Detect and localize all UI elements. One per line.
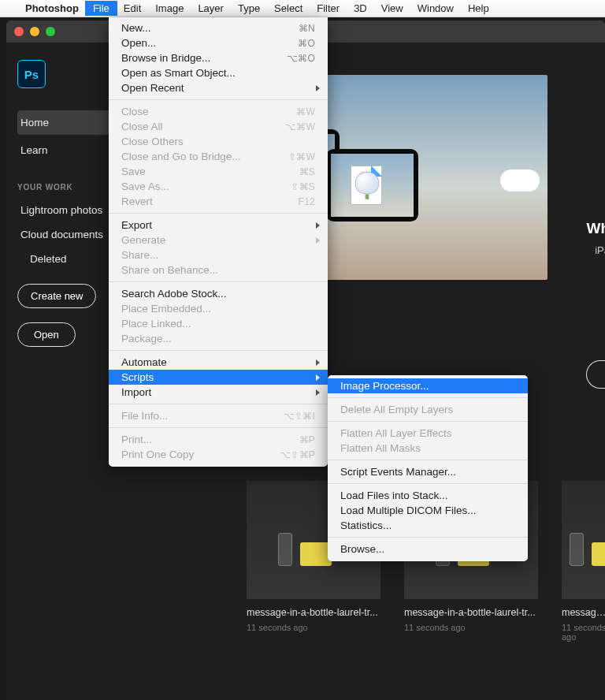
menu-item: Save⌘S <box>109 164 328 179</box>
menu-item: Close and Go to Bridge...⇧⌘W <box>109 149 328 164</box>
menu-item[interactable]: Browse... <box>328 542 528 557</box>
menu-item: Close Others <box>109 134 328 149</box>
thumbnail-label: message-in-a-bottle-laurel-tr... <box>404 607 538 618</box>
menu-item[interactable]: Scripts <box>109 370 328 385</box>
menubar-file[interactable]: File <box>85 1 117 16</box>
menubar-3d[interactable]: 3D <box>354 2 367 14</box>
menu-item: Close All⌥⌘W <box>109 119 328 134</box>
whats-new-button[interactable] <box>586 360 605 389</box>
sidebar-item-home[interactable]: Home <box>17 110 120 135</box>
menu-item: Generate <box>109 233 328 248</box>
menubar-edit[interactable]: Edit <box>124 2 141 14</box>
menu-item[interactable]: Script Events Manager... <box>328 464 528 479</box>
menubar-window[interactable]: Window <box>418 2 454 14</box>
menu-item: Place Embedded... <box>109 301 328 316</box>
menu-item[interactable]: Open as Smart Object... <box>109 65 328 80</box>
menu-item[interactable]: Open Recent <box>109 80 328 95</box>
menu-item: Share on Behance... <box>109 262 328 277</box>
menu-item[interactable]: Open...⌘O <box>109 35 328 50</box>
thumbnail-timestamp: 11 seconds ago <box>247 623 380 632</box>
thumbnail-label: message-in-a-bottle-laurel-tr... <box>247 607 380 618</box>
menu-item: Package... <box>109 331 328 346</box>
minimize-icon[interactable] <box>30 27 39 36</box>
thumbnail-label: message-in <box>562 607 605 618</box>
create-new-button[interactable]: Create new <box>17 284 96 308</box>
menu-item[interactable]: Statistics... <box>328 518 528 533</box>
menu-item: Delete All Empty Layers <box>328 402 528 417</box>
hero-balloon-icon <box>355 172 379 201</box>
thumbnail-item[interactable]: message-in 11 seconds ago <box>562 481 605 642</box>
menu-item: Save As...⇧⌘S <box>109 179 328 194</box>
whats-new-title-fragment: Wh <box>586 220 605 237</box>
open-button[interactable]: Open <box>17 322 76 347</box>
menu-item[interactable]: Automate <box>109 355 328 370</box>
scripts-submenu: Image Processor...Delete All Empty Layer… <box>328 375 528 561</box>
menubar-image[interactable]: Image <box>155 2 184 14</box>
file-menu: New...⌘NOpen...⌘OBrowse in Bridge...⌥⌘OO… <box>109 17 328 467</box>
menubar-select[interactable]: Select <box>274 2 302 14</box>
menu-item: RevertF12 <box>109 194 328 209</box>
menubar-filter[interactable]: Filter <box>317 2 340 14</box>
menu-item: File Info...⌥⇧⌘I <box>109 408 328 423</box>
menu-item[interactable]: Export <box>109 218 328 233</box>
menu-item[interactable]: Browse in Bridge...⌥⌘O <box>109 50 328 65</box>
thumbnail-timestamp: 11 seconds ago <box>562 623 605 642</box>
menu-item: Flatten All Masks <box>328 441 528 456</box>
thumbnail-image <box>562 481 605 599</box>
menu-item[interactable]: Load Multiple DICOM Files... <box>328 503 528 518</box>
sidebar-item-lightroom[interactable]: Lightroom photos <box>17 199 120 221</box>
close-icon[interactable] <box>14 27 24 36</box>
menu-item[interactable]: Import <box>109 385 328 400</box>
ps-logo-icon: Ps <box>17 60 46 88</box>
menu-item: Flatten All Layer Effects <box>328 426 528 441</box>
menu-item[interactable]: New...⌘N <box>109 20 328 35</box>
whats-new-sub: iPa <box>595 244 605 256</box>
menu-item: Share... <box>109 248 328 262</box>
menubar-type[interactable]: Type <box>238 2 260 14</box>
menu-item[interactable]: Load Files into Stack... <box>328 488 528 503</box>
menu-item: Print...⌘P <box>109 432 328 447</box>
menubar-app[interactable]: Photoshop <box>25 2 79 14</box>
sidebar-item-learn[interactable]: Learn <box>17 138 120 162</box>
sidebar-item-deleted[interactable]: Deleted <box>17 248 120 270</box>
menu-item[interactable]: Search Adobe Stock... <box>109 286 328 301</box>
mac-menubar: Photoshop File Edit Image Layer Type Sel… <box>0 0 605 17</box>
menu-item: Place Linked... <box>109 316 328 331</box>
menubar-layer[interactable]: Layer <box>198 2 224 14</box>
thumbnail-timestamp: 11 seconds ago <box>404 623 538 632</box>
menubar-help[interactable]: Help <box>468 2 489 14</box>
zoom-icon[interactable] <box>46 27 55 36</box>
menu-item[interactable]: Image Processor... <box>328 378 528 393</box>
menubar-view[interactable]: View <box>381 2 403 14</box>
sidebar-item-cloud-docs[interactable]: Cloud documents <box>17 224 120 245</box>
menu-item: Print One Copy⌥⇧⌘P <box>109 447 328 462</box>
sidebar-section-label: YOUR WORK <box>17 183 120 192</box>
menu-item: Close⌘W <box>109 104 328 119</box>
